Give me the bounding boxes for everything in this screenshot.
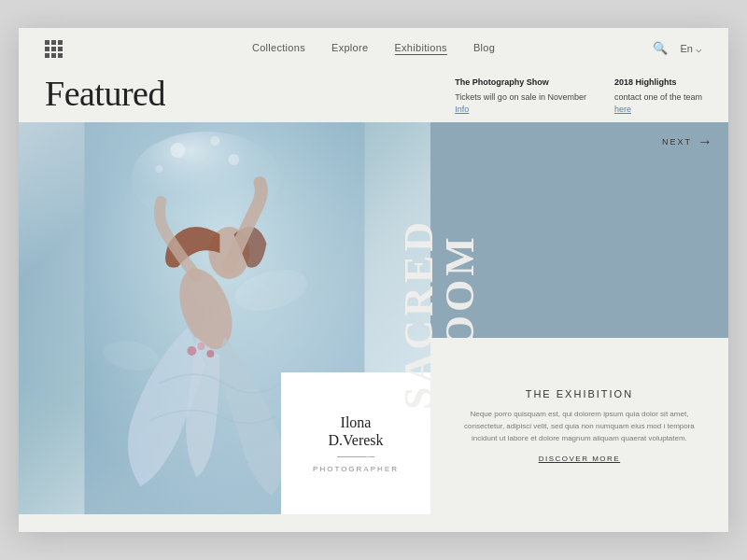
svg-point-5 bbox=[155, 165, 162, 173]
show-title: The Photography Show bbox=[455, 77, 586, 90]
search-icon[interactable]: 🔍 bbox=[653, 41, 668, 56]
highlights-title: 2018 Highlights bbox=[614, 77, 702, 90]
nav-collections[interactable]: Collections bbox=[252, 42, 305, 55]
next-arrow-icon: → bbox=[698, 133, 713, 150]
highlights-description: contact one of the team bbox=[614, 91, 702, 105]
info-show: The Photography Show Tickets will go on … bbox=[455, 77, 586, 117]
nav-right: 🔍 En ⌵ bbox=[653, 41, 702, 56]
language-selector[interactable]: En ⌵ bbox=[681, 43, 702, 55]
exhibition-section-title: THE EXHIBITION bbox=[526, 388, 633, 399]
photographer-name: Ilona D.Veresk bbox=[328, 413, 383, 449]
main-content: NEXT → SACREDBLOOM THE EXHIBITION Neque … bbox=[19, 122, 728, 514]
photographer-divider bbox=[337, 456, 374, 457]
featured-row: Featured The Photography Show Tickets wi… bbox=[19, 69, 728, 122]
photographer-role: PHOTOGRAPHER bbox=[313, 465, 399, 473]
navbar: Collections Explore Exhibitions Blog 🔍 E… bbox=[19, 28, 728, 69]
sacred-bloom-text: SACREDBLOOM bbox=[399, 218, 481, 410]
featured-info: The Photography Show Tickets will go on … bbox=[455, 73, 702, 117]
highlights-link[interactable]: here bbox=[614, 105, 631, 114]
svg-point-8 bbox=[187, 346, 196, 356]
exhibition-description: Neque porro quisquam est, qui dolorem ip… bbox=[453, 409, 706, 444]
grid-menu-icon[interactable] bbox=[45, 40, 63, 58]
next-button[interactable]: NEXT → bbox=[662, 133, 713, 150]
featured-title: Featured bbox=[45, 73, 165, 114]
svg-point-10 bbox=[206, 350, 214, 357]
svg-point-3 bbox=[210, 136, 219, 146]
svg-point-4 bbox=[228, 154, 239, 165]
info-highlights: 2018 Highlights contact one of the team … bbox=[614, 77, 702, 117]
nav-exhibitions[interactable]: Exhibitions bbox=[394, 42, 447, 55]
svg-point-9 bbox=[197, 343, 204, 350]
show-description: Tickets will go on sale in November bbox=[455, 91, 586, 105]
nav-blog[interactable]: Blog bbox=[473, 42, 495, 55]
next-label: NEXT bbox=[662, 137, 692, 147]
chevron-down-icon: ⌵ bbox=[696, 43, 702, 55]
page-wrapper: Collections Explore Exhibitions Blog 🔍 E… bbox=[19, 28, 728, 532]
show-link[interactable]: Info bbox=[455, 105, 469, 114]
discover-more-link[interactable]: DISCOVER MORE bbox=[539, 455, 621, 463]
svg-point-2 bbox=[170, 143, 185, 158]
sacred-bloom-vertical: SACREDBLOOM bbox=[416, 130, 463, 498]
nav-explore[interactable]: Explore bbox=[331, 42, 368, 55]
nav-links: Collections Explore Exhibitions Blog bbox=[252, 42, 495, 55]
